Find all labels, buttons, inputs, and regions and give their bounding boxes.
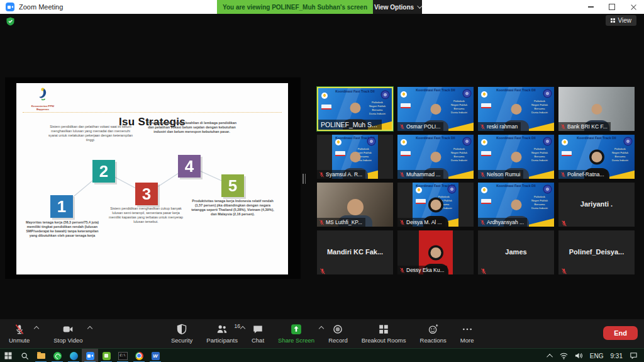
windows-logo-icon xyxy=(4,352,12,359)
shield-icon xyxy=(176,324,187,335)
participant-tile[interactable]: Koordinasi Fast Track DIIPoliteknik Nege… xyxy=(397,87,474,131)
stop-video-button[interactable]: Stop Video xyxy=(53,324,82,344)
participant-gallery: Koordinasi Fast Track DIIPoliteknik Nege… xyxy=(317,87,635,274)
start-button[interactable] xyxy=(0,349,16,362)
slide-text-4: Pengembangan bidang keahlian di lembaga … xyxy=(147,121,237,134)
taskbar-search-button[interactable] xyxy=(16,349,33,362)
slide-box-2: 2 xyxy=(92,160,115,183)
muted-microphone-icon xyxy=(480,220,486,225)
minimize-button[interactable] xyxy=(580,0,601,14)
participant-tile[interactable]: Polinef_Deisya... xyxy=(558,230,635,274)
polytechnic-logo-icon xyxy=(464,90,470,97)
taskbar-edge-icon[interactable] xyxy=(65,349,82,362)
view-options-button[interactable]: View Options xyxy=(373,0,422,14)
more-ellipsis-icon xyxy=(462,324,473,335)
ministry-logo-icon xyxy=(416,187,422,193)
zoom-app-icon xyxy=(6,3,14,11)
polytechnic-logo-icon xyxy=(544,138,551,145)
chevron-up-icon[interactable] xyxy=(240,326,245,331)
ministry-logo-icon xyxy=(562,139,568,145)
system-tray: ENG 9:31 xyxy=(548,352,644,359)
participant-tile[interactable]: Koordinasi Fast Track DIIPoliteknik Nege… xyxy=(558,135,635,179)
taskbar-zoom-icon[interactable] xyxy=(82,349,98,362)
muted-microphone-icon xyxy=(561,268,567,274)
gallery-resize-handle[interactable] xyxy=(303,174,308,184)
view-layout-button[interactable]: View xyxy=(606,15,637,26)
action-center-icon[interactable] xyxy=(630,352,638,359)
video-camera-icon xyxy=(62,324,74,335)
window-title: Zoom Meeting xyxy=(19,3,63,11)
end-meeting-button[interactable]: End xyxy=(603,326,638,340)
breakout-rooms-button[interactable]: Breakout Rooms xyxy=(362,324,406,344)
taskbar-file-explorer-icon[interactable] xyxy=(33,349,49,362)
reactions-emoji-icon xyxy=(428,324,439,335)
unmute-button[interactable]: Unmute xyxy=(9,324,30,344)
slide-box-4: 4 xyxy=(178,155,201,178)
participant-tile[interactable]: James xyxy=(478,230,554,274)
participant-tile[interactable]: Koordinasi Fast Track DIIPoliteknik Nege… xyxy=(478,135,554,179)
slide-text-3: Sistem pendidikan menghasilkan cukup ban… xyxy=(107,206,185,225)
participant-tile[interactable]: Koordinasi Fast Track DIIPoliteknik Nege… xyxy=(478,87,554,131)
participant-name-label: Polinef-Ratna... xyxy=(558,170,608,179)
participant-name: Polinef_Deisya... xyxy=(558,248,635,256)
share-screen-button[interactable]: Share Screen xyxy=(278,324,314,344)
participant-name-label: Deisya M. Al ... xyxy=(397,218,445,227)
taskbar-word-icon[interactable]: W xyxy=(147,349,164,362)
meeting-security-shield-icon[interactable] xyxy=(6,17,14,26)
participants-button[interactable]: Participants 16 xyxy=(206,324,238,344)
participant-tile[interactable]: Koordinasi Fast Track DIIPoliteknik Nege… xyxy=(478,183,554,227)
taskbar-command-prompt-icon[interactable]: C:\ xyxy=(114,349,131,362)
virtual-bg-title: Koordinasi Fast Track DII xyxy=(478,88,554,92)
taskbar-whatsapp-icon[interactable] xyxy=(49,349,65,362)
participant-tile[interactable]: MS Luthfi_KP... xyxy=(317,183,393,227)
wifi-icon[interactable] xyxy=(560,352,568,359)
participant-name-label: MS Luthfi_KP... xyxy=(317,218,365,227)
muted-microphone-icon xyxy=(399,124,405,130)
participant-tile[interactable]: Koordinasi Fast Track DIIPoliteknik Nege… xyxy=(317,135,393,179)
virtual-bg-title: Koordinasi Fast Track DII xyxy=(397,136,474,140)
virtual-bg-title: Koordinasi Fast Track DII xyxy=(318,89,392,93)
chevron-up-icon[interactable] xyxy=(34,326,39,331)
slide-box-3: 3 xyxy=(135,183,158,205)
language-indicator[interactable]: ENG xyxy=(590,353,604,359)
participant-name-label: Bank BRI KC F... xyxy=(558,122,611,131)
clock[interactable]: 9:31 xyxy=(611,353,623,359)
hidden-icons-chevron[interactable] xyxy=(547,353,553,359)
meeting-toolbar: Unmute Stop Video Security xyxy=(0,319,644,348)
more-button[interactable]: More xyxy=(460,324,474,344)
virtual-bg-title: Koordinasi Fast Track DII xyxy=(478,136,554,140)
reactions-button[interactable]: Reactions xyxy=(420,324,447,344)
maximize-button[interactable] xyxy=(601,0,623,14)
speaker-icon[interactable] xyxy=(575,352,583,359)
connector-lines xyxy=(16,83,288,274)
participant-name-label: Syamsul A. R... xyxy=(317,170,365,179)
participant-tile[interactable]: Dessy Eka Ku... xyxy=(397,230,474,274)
slide-box-5: 5 xyxy=(221,174,244,197)
taskbar-chrome-icon[interactable] xyxy=(131,349,147,362)
participant-tile[interactable]: Koordinasi Fast Track DIIPoliteknik Nege… xyxy=(397,183,474,227)
participant-tile[interactable]: Koordinasi Fast Track DIIPoliteknik Nege… xyxy=(397,135,474,179)
close-button[interactable] xyxy=(623,0,644,14)
muted-microphone-icon xyxy=(319,268,326,274)
taskbar-screen-recorder-icon[interactable] xyxy=(98,349,114,362)
virtual-bg-title: Koordinasi Fast Track DII xyxy=(558,136,635,140)
sponsor-logo-icon xyxy=(401,103,411,108)
share-screen-icon xyxy=(291,324,302,335)
security-button[interactable]: Security xyxy=(171,324,192,344)
record-button[interactable]: Record xyxy=(328,324,348,344)
ministry-logo-icon xyxy=(481,187,487,193)
participant-tile[interactable]: Mandiri KC Fak... xyxy=(317,230,393,274)
chat-button[interactable]: Chat xyxy=(252,324,264,344)
participant-tile[interactable]: Bank BRI KC F... xyxy=(558,87,635,131)
chevron-up-icon[interactable] xyxy=(87,326,92,331)
muted-microphone-icon xyxy=(480,268,487,274)
participant-tile[interactable]: Koordinasi Fast Track DIIPoliteknik Nege… xyxy=(317,87,393,131)
polytechnic-logo-icon xyxy=(544,90,551,97)
chevron-up-icon[interactable] xyxy=(319,326,324,331)
sponsor-logo-icon xyxy=(481,199,491,204)
title-bar: Zoom Meeting You are viewing POLINEF_Muh… xyxy=(0,0,644,14)
search-icon xyxy=(21,352,29,360)
participant-tile[interactable]: Jariyanti . xyxy=(558,183,635,227)
ministry-logo-icon xyxy=(481,91,487,98)
polytechnic-logo-icon xyxy=(448,186,455,193)
